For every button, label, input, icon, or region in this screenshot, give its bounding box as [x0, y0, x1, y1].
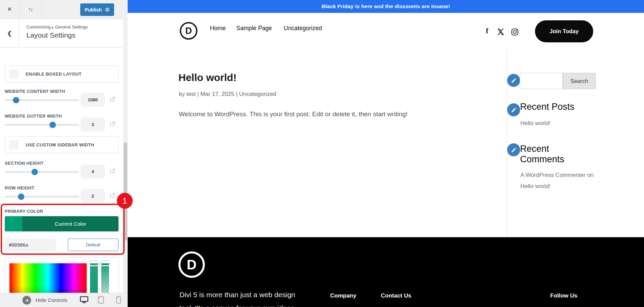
- instagram-icon[interactable]: [511, 28, 519, 37]
- content-width-label: WEBSITE CONTENT WIDTH: [5, 89, 65, 94]
- slider-knob[interactable]: [13, 97, 19, 103]
- site-footer: D Divi 5 is more than just a web design …: [128, 237, 644, 307]
- site-logo[interactable]: D: [180, 22, 197, 40]
- desktop-icon: [80, 296, 88, 304]
- color-swatch: [5, 216, 22, 231]
- reset-icon[interactable]: ↺: [108, 191, 117, 201]
- close-customizer-button[interactable]: ✕: [0, 0, 19, 19]
- pencil-icon: [511, 107, 517, 113]
- page-title: Layout Settings: [26, 31, 76, 39]
- content-width-slider[interactable]: [5, 99, 79, 101]
- shade-slider-handle[interactable]: [89, 261, 99, 266]
- post-title[interactable]: Hello world!: [178, 72, 237, 83]
- slider-knob[interactable]: [49, 122, 56, 128]
- row-height-slider[interactable]: [5, 196, 79, 198]
- customizer-panel: ✕ ↑↓ Publish ⚙ ❮ Customizing▸General Set…: [0, 0, 123, 307]
- edit-search-widget-button[interactable]: [507, 74, 520, 87]
- tablet-preview-button[interactable]: [98, 296, 104, 305]
- screen: ✕ ↑↓ Publish ⚙ ❮ Customizing▸General Set…: [0, 0, 644, 307]
- row-height-label: ROW HEIGHT: [5, 185, 35, 190]
- publish-button[interactable]: Publish ⚙: [80, 3, 114, 16]
- search-input[interactable]: [520, 73, 563, 89]
- current-color-label: Current Color: [22, 216, 119, 231]
- close-icon: ✕: [7, 6, 12, 13]
- slider-knob[interactable]: [31, 169, 38, 175]
- nav-uncategorized[interactable]: Uncategorized: [284, 25, 322, 32]
- content-width-value[interactable]: 1080: [81, 93, 105, 107]
- gear-icon: ⚙: [105, 6, 110, 13]
- breadcrumb-section: General Settings: [55, 24, 88, 29]
- recent-comment-link[interactable]: A WordPress Commenter on Hello world!: [520, 169, 594, 192]
- back-button[interactable]: ❮: [0, 19, 19, 48]
- nav-sample-page[interactable]: Sample Page: [236, 25, 272, 32]
- recent-post-link[interactable]: Hello world!: [520, 120, 551, 127]
- footer-logo[interactable]: D: [178, 251, 205, 278]
- panel-header: ❮ Customizing▸General Settings Layout Se…: [0, 19, 123, 48]
- primary-color-label: PRIMARY COLOR: [5, 209, 43, 214]
- hide-controls-button[interactable]: ◀ Hide Controls: [22, 296, 67, 305]
- hex-color-input[interactable]: [5, 239, 56, 251]
- checkbox[interactable]: [9, 69, 18, 79]
- reset-icon[interactable]: ↺: [108, 95, 117, 104]
- gutter-width-slider[interactable]: [5, 124, 79, 126]
- toggle-label: USE CUSTOM SIDEBAR WIDTH: [26, 142, 94, 147]
- publish-label: Publish: [85, 7, 102, 13]
- reset-icon[interactable]: ↺: [108, 167, 117, 176]
- pencil-icon: [511, 147, 517, 153]
- desktop-preview-button[interactable]: [80, 296, 88, 305]
- x-twitter-icon[interactable]: [497, 28, 505, 37]
- panel-scrollbar[interactable]: [123, 0, 128, 307]
- up-down-arrows-icon: ↑↓: [28, 6, 33, 12]
- breadcrumb-root: Customizing: [26, 24, 51, 29]
- footer-column-contact: Contact Us: [381, 292, 411, 299]
- facebook-icon[interactable]: f: [486, 27, 488, 35]
- scrollbar-thumb[interactable]: [124, 142, 127, 241]
- edit-recent-posts-button[interactable]: [507, 103, 520, 116]
- edit-recent-comments-button[interactable]: [507, 143, 520, 156]
- alpha-slider-handle[interactable]: [100, 261, 110, 266]
- gutter-width-label: WEBSITE GUTTER WIDTH: [5, 114, 62, 119]
- toggle-label: ENABLE BOXED LAYOUT: [26, 71, 82, 77]
- section-height-value[interactable]: 4: [81, 165, 105, 179]
- footer-tagline-line1: Divi 5 is more than just a web design: [179, 291, 295, 299]
- checkbox[interactable]: [9, 140, 18, 149]
- nav-home[interactable]: Home: [210, 25, 226, 32]
- promo-banner: Black Friday is here and the discounts a…: [128, 0, 644, 13]
- enable-boxed-layout-toggle[interactable]: ENABLE BOXED LAYOUT: [5, 65, 119, 82]
- pencil-icon: [511, 78, 517, 83]
- annotation-number-badge: 1: [117, 193, 133, 209]
- section-height-label: SECTION HEIGHT: [5, 161, 44, 166]
- post-body: Welcome to WordPress. This is your first…: [179, 110, 408, 118]
- site-content: Hello world! by test | Mar 17, 2025 | Un…: [128, 43, 644, 237]
- footer-tagline-line2: tool. It's a canvas for your own ideas: [179, 304, 294, 307]
- footer-column-follow: Follow Us: [550, 292, 577, 299]
- collapse-arrow-icon: ◀: [22, 296, 31, 305]
- default-color-button[interactable]: Default: [68, 239, 119, 251]
- site-preview: Black Friday is here and the discounts a…: [128, 0, 644, 307]
- breadcrumb: Customizing▸General Settings: [26, 24, 88, 29]
- tablet-icon: [98, 296, 104, 304]
- search-button[interactable]: Search: [563, 73, 596, 89]
- post-meta[interactable]: by test | Mar 17, 2025 | Uncategorized: [179, 91, 276, 98]
- site-header: D Home Sample Page Uncategorized f Join …: [128, 13, 644, 43]
- recent-comments-title: Recent Comments: [520, 144, 583, 165]
- customizer-topbar: ✕ ↑↓ Publish ⚙: [0, 0, 123, 19]
- reset-icon[interactable]: ↺: [108, 120, 117, 129]
- join-today-button[interactable]: Join Today: [535, 20, 593, 42]
- slider-knob[interactable]: [18, 193, 24, 200]
- gutter-width-value[interactable]: 3: [81, 118, 105, 131]
- breadcrumb-separator-icon: ▸: [52, 25, 54, 29]
- current-color-button[interactable]: Current Color: [5, 216, 119, 231]
- row-height-value[interactable]: 2: [81, 189, 105, 203]
- footer-column-company: Company: [330, 292, 356, 299]
- custom-sidebar-width-toggle[interactable]: USE CUSTOM SIDEBAR WIDTH: [5, 136, 119, 153]
- phone-preview-button[interactable]: [116, 296, 121, 305]
- phone-icon: [116, 296, 121, 304]
- section-height-slider[interactable]: [5, 171, 79, 173]
- sidebar-divider: [507, 49, 507, 237]
- import-export-button[interactable]: ↑↓: [19, 0, 42, 19]
- hide-controls-label: Hide Controls: [36, 297, 67, 303]
- chevron-left-icon: ❮: [7, 30, 12, 37]
- recent-posts-title: Recent Posts: [520, 102, 575, 112]
- customizer-bottom-bar: ◀ Hide Controls: [0, 293, 128, 307]
